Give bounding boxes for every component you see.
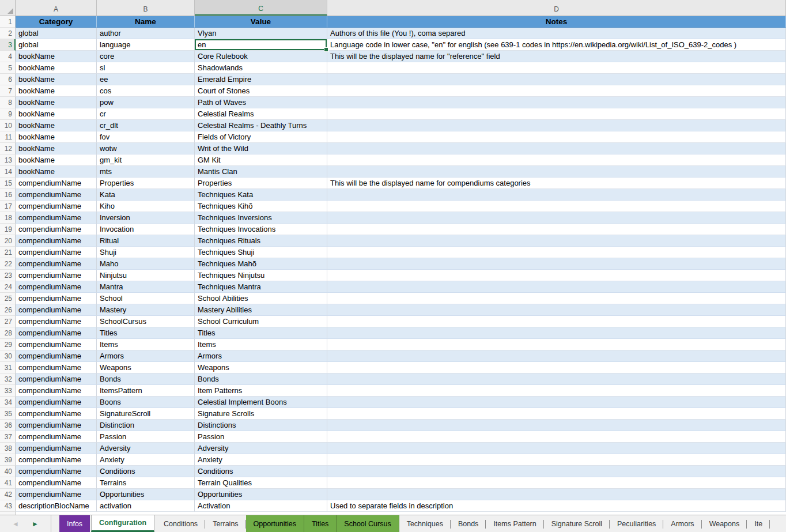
column-header-c[interactable]: C — [195, 0, 327, 16]
cell-B31[interactable]: Weapons — [97, 362, 195, 373]
cell-C29[interactable]: Items — [195, 339, 327, 350]
sheet-tab-infos[interactable]: Infos — [59, 515, 90, 532]
cell-D31[interactable] — [327, 362, 786, 373]
row-number-26[interactable]: 26 — [0, 304, 16, 316]
row-number-41[interactable]: 41 — [0, 477, 16, 489]
row-number-16[interactable]: 16 — [0, 189, 16, 201]
cell-C37[interactable]: Passion — [195, 431, 327, 443]
cell-D42[interactable] — [327, 489, 786, 500]
row-number-5[interactable]: 5 — [0, 62, 16, 74]
cell-A6[interactable]: bookName — [16, 74, 97, 85]
row-number-15[interactable]: 15 — [0, 178, 16, 189]
cell-A12[interactable]: bookName — [16, 143, 97, 154]
cell-D33[interactable] — [327, 385, 786, 397]
row-number-11[interactable]: 11 — [0, 131, 16, 143]
cell-A42[interactable]: compendiumName — [16, 489, 97, 500]
cell-A21[interactable]: compendiumName — [16, 247, 97, 258]
row-number-18[interactable]: 18 — [0, 212, 16, 224]
cell-B32[interactable]: Bonds — [97, 373, 195, 385]
row-number-30[interactable]: 30 — [0, 350, 16, 362]
row-number-9[interactable]: 9 — [0, 108, 16, 120]
cell-A26[interactable]: compendiumName — [16, 304, 97, 316]
cell-C8[interactable]: Path of Waves — [195, 97, 327, 108]
row-number-24[interactable]: 24 — [0, 281, 16, 293]
cell-D21[interactable] — [327, 247, 786, 258]
cell-A10[interactable]: bookName — [16, 120, 97, 131]
cell-C38[interactable]: Adversity — [195, 443, 327, 454]
cell-A39[interactable]: compendiumName — [16, 454, 97, 466]
cell-D12[interactable] — [327, 143, 786, 154]
column-header-d[interactable]: D — [327, 0, 786, 16]
cell-D7[interactable] — [327, 85, 786, 97]
cell-D13[interactable] — [327, 154, 786, 166]
row-number-14[interactable]: 14 — [0, 166, 16, 178]
sheet-tab-peculiarities[interactable]: Peculiarities — [610, 515, 663, 532]
cell-D22[interactable] — [327, 258, 786, 270]
sheet-tab-titles[interactable]: Titles — [304, 515, 337, 532]
cell-A38[interactable]: compendiumName — [16, 443, 97, 454]
cell-B13[interactable]: gm_kit — [97, 154, 195, 166]
cell-B26[interactable]: Mastery — [97, 304, 195, 316]
cell-C27[interactable]: School Curriculum — [195, 316, 327, 327]
cell-A9[interactable]: bookName — [16, 108, 97, 120]
column-header-b[interactable]: B — [97, 0, 195, 16]
cell-D28[interactable] — [327, 327, 786, 339]
cell-C30[interactable]: Armors — [195, 350, 327, 362]
cell-D5[interactable] — [327, 62, 786, 74]
cell-C41[interactable]: Terrain Qualities — [195, 477, 327, 489]
sheet-tab-school-cursus[interactable]: School Cursus — [337, 515, 399, 532]
cell-C20[interactable]: Techniques Rituals — [195, 235, 327, 247]
select-all-corner[interactable] — [0, 0, 16, 16]
cell-B1[interactable]: Name — [97, 16, 195, 28]
row-number-27[interactable]: 27 — [0, 316, 16, 327]
cell-C33[interactable]: Item Patterns — [195, 385, 327, 397]
cell-D15[interactable]: This will be the displayed name for comp… — [327, 178, 786, 189]
cell-B7[interactable]: cos — [97, 85, 195, 97]
row-number-43[interactable]: 43 — [0, 500, 16, 512]
cell-C10[interactable]: Celestial Realms - Deathly Turns — [195, 120, 327, 131]
cell-D30[interactable] — [327, 350, 786, 362]
cell-C42[interactable]: Opportunities — [195, 489, 327, 500]
cell-A33[interactable]: compendiumName — [16, 385, 97, 397]
cell-A8[interactable]: bookName — [16, 97, 97, 108]
cell-A24[interactable]: compendiumName — [16, 281, 97, 293]
cell-C13[interactable]: GM Kit — [195, 154, 327, 166]
cell-B14[interactable]: mts — [97, 166, 195, 178]
next-sheet-arrow-icon[interactable]: ► — [32, 520, 39, 528]
sheet-tab-techniques[interactable]: Techniques — [399, 515, 451, 532]
cell-C43[interactable]: Activation — [195, 500, 327, 512]
cell-B35[interactable]: SignatureScroll — [97, 408, 195, 420]
row-number-34[interactable]: 34 — [0, 397, 16, 408]
cell-A18[interactable]: compendiumName — [16, 212, 97, 224]
cell-D32[interactable] — [327, 373, 786, 385]
sheet-tab-armors[interactable]: Armors — [663, 515, 701, 532]
prev-sheet-arrow-icon[interactable]: ◄ — [12, 520, 19, 528]
cell-D20[interactable] — [327, 235, 786, 247]
cell-B9[interactable]: cr — [97, 108, 195, 120]
row-number-20[interactable]: 20 — [0, 235, 16, 247]
cell-A22[interactable]: compendiumName — [16, 258, 97, 270]
cell-A19[interactable]: compendiumName — [16, 224, 97, 235]
cell-C32[interactable]: Bonds — [195, 373, 327, 385]
cell-B19[interactable]: Invocation — [97, 224, 195, 235]
cell-C31[interactable]: Weapons — [195, 362, 327, 373]
sheet-tab-conditions[interactable]: Conditions — [156, 515, 205, 532]
cell-D24[interactable] — [327, 281, 786, 293]
cell-B33[interactable]: ItemsPattern — [97, 385, 195, 397]
cell-C26[interactable]: Mastery Abilities — [195, 304, 327, 316]
cell-C9[interactable]: Celestial Realms — [195, 108, 327, 120]
cell-B18[interactable]: Inversion — [97, 212, 195, 224]
row-number-38[interactable]: 38 — [0, 443, 16, 454]
cell-A25[interactable]: compendiumName — [16, 293, 97, 304]
cell-D2[interactable]: Authors of this file (You !), coma separ… — [327, 28, 786, 39]
cell-A32[interactable]: compendiumName — [16, 373, 97, 385]
row-number-31[interactable]: 31 — [0, 362, 16, 373]
row-number-13[interactable]: 13 — [0, 154, 16, 166]
cell-C24[interactable]: Techniques Mantra — [195, 281, 327, 293]
cell-B27[interactable]: SchoolCursus — [97, 316, 195, 327]
row-number-7[interactable]: 7 — [0, 85, 16, 97]
cell-B24[interactable]: Mantra — [97, 281, 195, 293]
cell-B4[interactable]: core — [97, 51, 195, 62]
cell-A1[interactable]: Category — [16, 16, 97, 28]
row-number-36[interactable]: 36 — [0, 420, 16, 431]
